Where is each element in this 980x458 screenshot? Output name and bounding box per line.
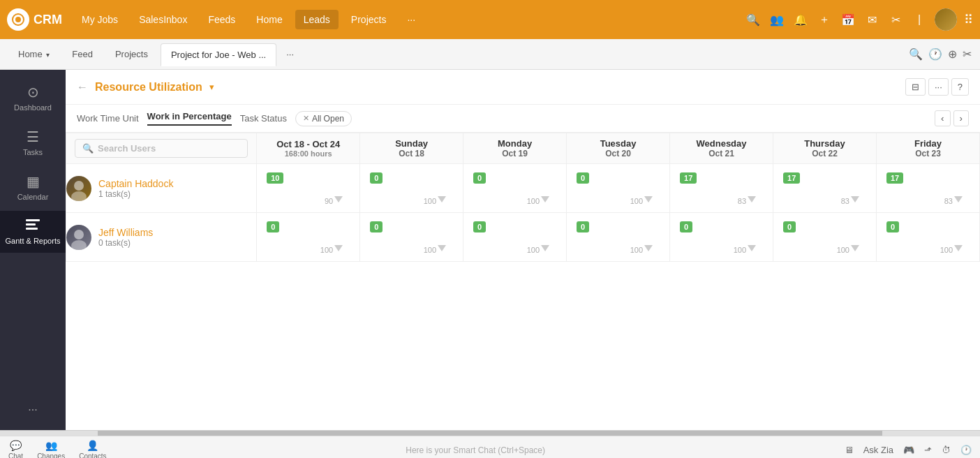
more-button[interactable]: ··· [928, 78, 949, 96]
prev-week-button[interactable]: ‹ [935, 110, 950, 126]
day-cell-1-5[interactable]: 0 100 [877, 213, 979, 261]
day-header-1: Monday Oct 19 [463, 133, 567, 164]
filter-button[interactable]: ⊟ [905, 78, 926, 96]
user-info-1: Jeff Williams 0 task(s) [66, 225, 256, 250]
nav-salesinbox[interactable]: SalesInbox [131, 10, 195, 29]
user-avatar-1 [66, 225, 91, 250]
day-cell-0-3[interactable]: 17 83 [670, 164, 773, 212]
tab-projects[interactable]: Projects [105, 43, 158, 65]
nav-home[interactable]: Home [248, 10, 290, 29]
gantt-icon [25, 218, 40, 234]
sidebar-more[interactable]: ··· [21, 397, 44, 423]
tab-home[interactable]: Home ▾ [8, 43, 59, 65]
user-info-0: Captain Haddock 1 task(s) [66, 176, 256, 201]
day-pct-1-1: 100 [527, 246, 540, 254]
user-tasks-1: 0 task(s) [98, 238, 153, 248]
filter-work-time-unit[interactable]: Work Time Unit [77, 113, 139, 124]
nav-feeds[interactable]: Feeds [200, 10, 244, 29]
second-add-icon[interactable]: ⊕ [948, 47, 957, 61]
help-button[interactable]: ? [951, 78, 969, 96]
clock-icon[interactable]: 🕐 [960, 445, 972, 455]
calendar-icon[interactable]: 📅 [840, 13, 856, 27]
day-cell-1-1[interactable]: 0 100 [463, 213, 566, 261]
day-pct-1-4: 100 [837, 246, 849, 254]
day-cell-1-3[interactable]: 0 100 [670, 213, 773, 261]
user-name-0[interactable]: Captain Haddock [98, 178, 173, 189]
horizontal-scrollbar[interactable] [0, 430, 980, 436]
nav-icons: 🔍 👥 🔔 ＋ 📅 ✉ ✂ | ⠿ [745, 8, 973, 31]
logo[interactable]: CRM [7, 8, 62, 31]
game-icon[interactable]: 🎮 [903, 445, 914, 455]
sidebar-item-calendar[interactable]: ▦ Calendar [0, 166, 66, 208]
next-week-button[interactable]: › [953, 110, 969, 126]
day-triangle-1-2 [644, 245, 653, 251]
svg-point-1 [15, 17, 21, 22]
day-triangle-0-0 [438, 196, 446, 202]
day-badge-1-5: 0 [886, 221, 899, 232]
grid-icon[interactable]: ⠿ [964, 12, 973, 27]
svg-point-7 [74, 230, 84, 239]
user-name-1[interactable]: Jeff Williams [98, 227, 153, 238]
sidebar: ⊙ Dashboard ☰ Tasks ▦ Calendar Gantt & R… [0, 70, 66, 430]
bottom-changes[interactable]: 👥 Changes [37, 440, 65, 458]
search-box[interactable]: 🔍 Search Users [75, 139, 248, 158]
day-cell-0-5[interactable]: 17 83 [877, 164, 979, 212]
day-cell-0-4[interactable]: 17 83 [773, 164, 876, 212]
sidebar-item-gantt[interactable]: Gantt & Reports [0, 211, 66, 253]
day-cell-0-2[interactable]: 0 100 [567, 164, 669, 212]
table-row: Jeff Williams 0 task(s) 0 100 0 100 0 10… [66, 213, 980, 262]
tab-more[interactable]: ··· [279, 43, 301, 65]
nav-leads[interactable]: Leads [295, 10, 339, 29]
second-settings-icon[interactable]: ✂ [963, 47, 972, 61]
week-cell-1[interactable]: 0 100 [257, 213, 359, 261]
sidebar-item-label-tasks: Tasks [23, 148, 43, 156]
alarm-icon[interactable]: ⏱ [942, 445, 951, 455]
second-search-icon[interactable]: 🔍 [909, 47, 923, 61]
day-header-4: Thursday Oct 22 [773, 133, 877, 164]
users-icon[interactable]: 👥 [769, 13, 785, 27]
search-icon[interactable]: 🔍 [745, 13, 762, 27]
filter-work-in-percentage[interactable]: Work in Percentage [147, 111, 232, 126]
nav-more[interactable]: ··· [399, 10, 424, 29]
settings-icon[interactable]: ✂ [887, 13, 904, 27]
smart-chat[interactable]: Here is your Smart Chat (Ctrl+Space) [121, 445, 831, 455]
second-nav-icons: 🔍 🕐 ⊕ ✂ [909, 47, 972, 61]
day-triangle-1-5 [954, 245, 963, 251]
tab-feed[interactable]: Feed [62, 43, 103, 65]
week-pct-1: 100 [320, 246, 333, 254]
day-cell-1-0[interactable]: 0 100 [360, 213, 463, 261]
day-pct-1-3: 100 [734, 246, 746, 254]
second-clock-icon[interactable]: 🕐 [928, 47, 942, 61]
back-button[interactable]: ← [77, 81, 88, 94]
day-badge-0-1: 0 [473, 172, 486, 184]
day-cell-0-0[interactable]: 0 100 [360, 164, 463, 212]
day-badge-1-2: 0 [577, 221, 589, 232]
bell-icon[interactable]: 🔔 [792, 13, 809, 27]
nav-projects[interactable]: Projects [343, 10, 395, 29]
sidebar-item-dashboard[interactable]: ⊙ Dashboard [0, 77, 66, 119]
content-header: ← Resource Utilization ▾ ⊟ ··· ? [66, 70, 980, 105]
day-header-5: Friday Oct 23 [876, 133, 979, 164]
day-cell-0-1[interactable]: 0 100 [463, 164, 566, 212]
add-icon[interactable]: ＋ [816, 13, 833, 27]
week-cell-0[interactable]: 10 90 [257, 164, 359, 212]
nav-my-jobs[interactable]: My Jobs [73, 10, 126, 29]
week-hours-label: 168:00 hours [257, 149, 359, 158]
tab-project-joe[interactable]: Project for Joe - Web ... [161, 43, 276, 66]
bottom-chat[interactable]: 💬 Chat [8, 440, 23, 458]
resource-title[interactable]: Resource Utilization [95, 81, 202, 94]
resource-dropdown-icon[interactable]: ▾ [209, 82, 214, 92]
filter-all-open[interactable]: ✕ All Open [295, 111, 352, 126]
export-icon[interactable]: ⬏ [924, 445, 932, 455]
ask-zia-button[interactable]: Ask Zia [863, 445, 893, 455]
calendar-sidebar-icon: ▦ [27, 173, 40, 190]
mail-icon[interactable]: ✉ [863, 13, 880, 27]
monitor-icon[interactable]: 🖥 [845, 445, 854, 455]
sidebar-item-tasks[interactable]: ☰ Tasks [0, 121, 66, 163]
day-cell-1-4[interactable]: 0 100 [773, 213, 876, 261]
day-cell-1-2[interactable]: 0 100 [567, 213, 669, 261]
bottom-contacts[interactable]: 👤 Contacts [79, 440, 106, 458]
week-badge-1: 0 [267, 221, 279, 232]
avatar[interactable] [935, 8, 957, 31]
filters-row: Work Time Unit Work in Percentage Task S… [66, 105, 980, 133]
